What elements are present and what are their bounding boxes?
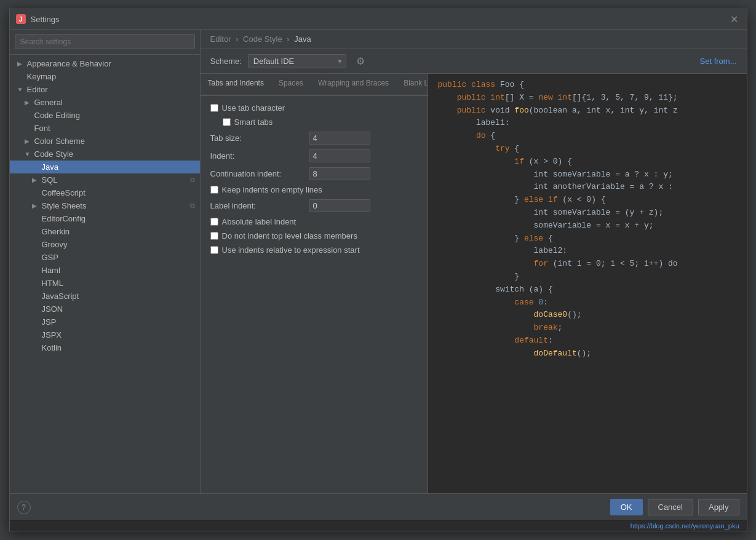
chevron-right-icon: ▶ bbox=[32, 202, 39, 209]
label-indent-input[interactable] bbox=[309, 199, 370, 212]
sidebar-item-label: Keymap bbox=[27, 72, 57, 81]
sidebar-item-html[interactable]: HTML bbox=[10, 277, 200, 290]
sidebar-item-json[interactable]: JSON bbox=[10, 303, 200, 316]
scheme-label: Scheme: bbox=[210, 57, 242, 66]
smart-tabs-label: Smart tabs bbox=[234, 117, 273, 127]
bottom-bar: ? OK Cancel Apply bbox=[10, 493, 747, 520]
code-line: int someVariable = (y + z); bbox=[428, 207, 747, 220]
sidebar-item-sql[interactable]: ▶ SQL ⧉ bbox=[10, 173, 200, 186]
use-tab-char-checkbox[interactable] bbox=[210, 104, 218, 112]
sidebar-item-color-scheme[interactable]: ▶ Color Scheme bbox=[10, 135, 200, 148]
no-indent-top-level-checkbox[interactable] bbox=[210, 232, 218, 240]
sidebar-item-label: Code Editing bbox=[34, 111, 80, 120]
sidebar-item-code-editing[interactable]: Code Editing bbox=[10, 109, 200, 122]
apply-button[interactable]: Apply bbox=[698, 499, 739, 515]
sidebar-item-java[interactable]: Java bbox=[10, 161, 200, 173]
dialog-title: Settings bbox=[31, 15, 60, 24]
sidebar-item-label: Appearance & Behavior bbox=[27, 59, 111, 68]
scheme-settings-button[interactable]: ⚙ bbox=[352, 54, 368, 68]
search-box bbox=[10, 30, 200, 55]
scheme-select[interactable]: Default IDE bbox=[248, 54, 346, 68]
sidebar-item-appearance[interactable]: ▶ Appearance & Behavior bbox=[10, 57, 200, 70]
label-indent-label: Label indent: bbox=[210, 201, 309, 210]
settings-body: Use tab character Smart tabs Tab size: bbox=[201, 96, 428, 493]
sidebar-item-style-sheets[interactable]: ▶ Style Sheets ⧉ bbox=[10, 199, 200, 212]
code-line: break; bbox=[428, 322, 747, 335]
indent-input[interactable] bbox=[309, 149, 370, 162]
chevron-right-icon: ▶ bbox=[17, 60, 25, 67]
sidebar-item-label: JSP bbox=[42, 317, 57, 327]
sidebar-item-label: Haml bbox=[42, 266, 60, 275]
sidebar-item-keymap[interactable]: Keymap bbox=[10, 70, 200, 83]
sidebar-item-general[interactable]: ▶ General bbox=[10, 96, 200, 109]
ok-button[interactable]: OK bbox=[610, 499, 643, 515]
sidebar-item-label: JSPX bbox=[42, 330, 62, 339]
sidebar-item-label: Code Style bbox=[34, 149, 74, 159]
code-line: someVariable = x = x + y; bbox=[428, 220, 747, 232]
chevron-down-icon: ▼ bbox=[25, 151, 32, 157]
breadcrumb-code-style: Code Style bbox=[243, 34, 282, 44]
set-from-button[interactable]: Set from... bbox=[700, 57, 737, 66]
sidebar-item-haml[interactable]: Haml bbox=[10, 264, 200, 277]
smart-tabs-row: Smart tabs bbox=[210, 117, 418, 127]
use-indents-relative-checkbox[interactable] bbox=[210, 246, 218, 254]
sidebar-item-label: Java bbox=[42, 162, 58, 172]
sidebar-item-label: JavaScript bbox=[42, 292, 79, 301]
abs-label-indent-checkbox[interactable] bbox=[210, 218, 218, 226]
scheme-row: Scheme: Default IDE ⚙ Set from... bbox=[201, 49, 747, 74]
code-line: doDefault(); bbox=[428, 347, 747, 360]
code-line: int someVariable = a ? x : y; bbox=[428, 169, 747, 181]
sidebar-item-jspx[interactable]: JSPX bbox=[10, 328, 200, 341]
continuation-indent-input[interactable] bbox=[309, 167, 370, 180]
keep-indents-row: Keep indents on empty lines bbox=[210, 185, 418, 194]
code-line: public class Foo { bbox=[428, 79, 747, 92]
close-button[interactable]: ✕ bbox=[728, 13, 741, 25]
settings-panel: Tabs and Indents Spaces Wrapping and Bra… bbox=[201, 74, 428, 493]
sidebar: ▶ Appearance & Behavior Keymap ▼ Editor … bbox=[10, 30, 201, 493]
sidebar-item-jsp[interactable]: JSP bbox=[10, 316, 200, 328]
tab-blank-lines[interactable]: Blank Lines bbox=[396, 74, 427, 96]
smart-tabs-checkbox[interactable] bbox=[223, 118, 231, 126]
sidebar-item-label: General bbox=[34, 98, 63, 107]
sidebar-item-editor[interactable]: ▼ Editor bbox=[10, 83, 200, 96]
tab-tabs-and-indents[interactable]: Tabs and Indents bbox=[201, 74, 271, 96]
abs-label-indent-row: Absolute label indent bbox=[210, 217, 418, 226]
code-line: public void foo(boolean a, int x, int y,… bbox=[428, 105, 747, 117]
use-tab-char-row: Use tab character bbox=[210, 103, 418, 113]
title-bar: J Settings ✕ bbox=[10, 9, 747, 30]
sidebar-item-label: GSP bbox=[42, 253, 58, 262]
sidebar-item-javascript[interactable]: JavaScript bbox=[10, 290, 200, 303]
help-button[interactable]: ? bbox=[17, 501, 31, 514]
sidebar-item-editorconfig[interactable]: EditorConfig bbox=[10, 212, 200, 225]
breadcrumb-editor: Editor bbox=[210, 34, 231, 44]
content-area: Tabs and Indents Spaces Wrapping and Bra… bbox=[201, 74, 747, 493]
sidebar-item-label: JSON bbox=[42, 304, 63, 314]
cancel-button[interactable]: Cancel bbox=[648, 499, 693, 515]
keep-indents-checkbox[interactable] bbox=[210, 186, 218, 194]
copy-icon: ⧉ bbox=[190, 202, 195, 210]
sidebar-item-label: Style Sheets bbox=[42, 201, 87, 210]
sidebar-item-coffeescript[interactable]: CoffeeScript bbox=[10, 186, 200, 199]
tab-wrapping[interactable]: Wrapping and Braces bbox=[311, 74, 396, 96]
breadcrumb-sep2: › bbox=[287, 34, 292, 44]
code-line: doCase0(); bbox=[428, 309, 747, 322]
tab-size-row: Tab size: bbox=[210, 132, 418, 145]
chevron-right-icon: ▶ bbox=[25, 138, 32, 145]
sidebar-item-gsp[interactable]: GSP bbox=[10, 251, 200, 264]
label-indent-row: Label indent: bbox=[210, 199, 418, 212]
tab-spaces[interactable]: Spaces bbox=[271, 74, 311, 96]
sidebar-item-label: Gherkin bbox=[42, 227, 70, 236]
url-bar: https://blog.csdn.net/yerenyuan_pku bbox=[10, 520, 747, 531]
code-line: switch (a) { bbox=[428, 284, 747, 296]
tab-size-input[interactable] bbox=[309, 132, 370, 145]
sidebar-item-gherkin[interactable]: Gherkin bbox=[10, 225, 200, 238]
code-line: if (x > 0) { bbox=[428, 156, 747, 169]
sidebar-item-groovy[interactable]: Groovy bbox=[10, 238, 200, 251]
sidebar-item-label: EditorConfig bbox=[42, 214, 86, 223]
sidebar-item-kotlin[interactable]: Kotlin bbox=[10, 341, 200, 354]
sidebar-item-font[interactable]: Font bbox=[10, 122, 200, 135]
search-input[interactable] bbox=[15, 34, 195, 49]
code-line: } else { bbox=[428, 232, 747, 245]
sidebar-item-label: Groovy bbox=[42, 240, 68, 249]
sidebar-item-code-style[interactable]: ▼ Code Style bbox=[10, 148, 200, 161]
